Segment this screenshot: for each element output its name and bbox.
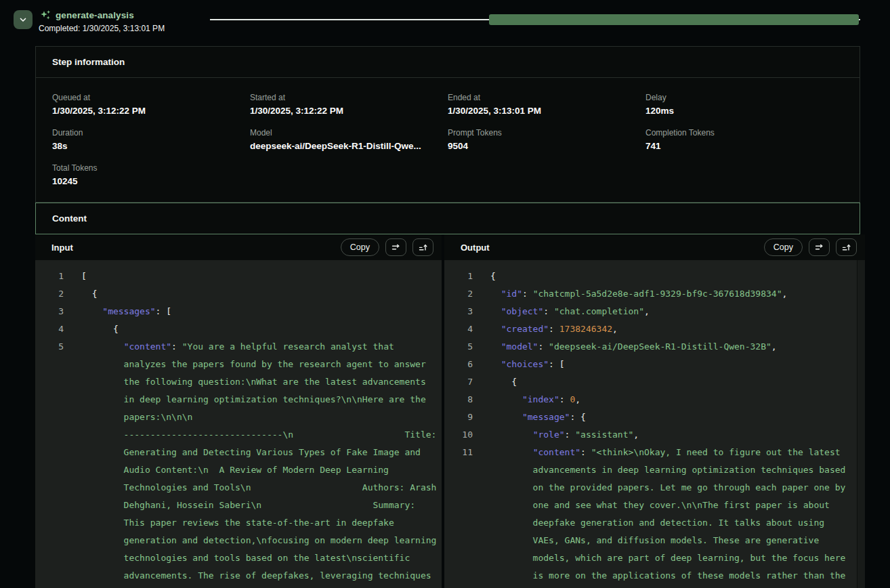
step-header: generate-analysis Completed: 1/30/2025, … (0, 0, 890, 46)
content-panels: Input Copy (35, 234, 865, 588)
code-line: 5 "model": "deepseek-ai/DeepSeek-R1-Dist… (444, 338, 865, 356)
line-number: 4 (444, 320, 473, 338)
text-wrap-icon (814, 243, 824, 253)
wrap-lines-button[interactable] (809, 238, 830, 256)
code-line: 7 { (444, 373, 865, 391)
line-number: 9 (444, 408, 473, 426)
output-scrollbar[interactable] (857, 260, 865, 588)
line-number (444, 532, 473, 549)
scroll-to-top-button[interactable] (412, 238, 433, 256)
line-number (35, 549, 64, 567)
step-duration-bar[interactable] (489, 14, 859, 25)
step-completed-text: Completed: 1/30/2025, 3:13:01 PM (39, 24, 165, 33)
step-info-field: Queued at1/30/2025, 3:12:22 PM (52, 87, 250, 122)
code-line: is more on the applications of these mod… (444, 567, 865, 585)
trace-step-view: { "colors": { "accent_green": "#a5d1ab",… (0, 0, 890, 588)
align-up-arrow-icon (418, 243, 428, 253)
line-number: 4 (35, 320, 64, 338)
line-number (444, 479, 473, 497)
line-number (444, 549, 473, 567)
field-label: Queued at (52, 93, 246, 102)
line-number (444, 497, 473, 514)
line-number (35, 426, 64, 444)
code-line: 3 "messages": [ (35, 303, 442, 320)
code-line: 2 "id": "chatcmpl-5a5d2e8e-adf1-9329-bf9… (444, 285, 865, 303)
collapse-step-button[interactable] (14, 10, 33, 29)
line-number: 3 (444, 303, 473, 320)
code-line: 6 "choices": [ (444, 356, 865, 373)
code-line: like\nVariational Autoencoders (VAEs), G… (35, 585, 442, 588)
chevron-down-icon (18, 15, 28, 24)
copy-output-button[interactable]: Copy (764, 238, 803, 256)
copy-input-button[interactable]: Copy (341, 238, 379, 256)
code-line: Technologies and Tools\n Authors: Arash (35, 479, 442, 497)
code-line: 3 "object": "chat.completion", (444, 303, 865, 320)
line-number (444, 585, 473, 588)
step-info-field: Prompt Tokens9504 (448, 122, 645, 157)
wrap-lines-button[interactable] (385, 238, 406, 256)
align-up-arrow-icon (841, 243, 851, 253)
code-line: 10 "role": "assistant", (444, 426, 865, 444)
code-line: advancements in deep learning optimizati… (444, 461, 865, 479)
code-line: 9 "message": { (444, 408, 865, 426)
input-panel-header: Input Copy (35, 234, 442, 260)
line-number (444, 461, 473, 479)
line-number: 6 (444, 356, 473, 373)
code-line: 4 "created": 1738246342, (444, 320, 865, 338)
scroll-to-top-button[interactable] (836, 238, 857, 256)
step-information-title: Step information (36, 47, 860, 78)
field-value: 120ms (645, 106, 839, 116)
field-label: Completion Tokens (645, 128, 839, 138)
line-number: 7 (444, 373, 473, 391)
field-label: Prompt Tokens (448, 128, 641, 138)
code-line: in deep learning optimization techniques… (35, 391, 442, 408)
code-line: VAEs, GANs, and diffusion models. These … (444, 532, 865, 549)
code-line: the following question:\nWhat are the la… (35, 373, 442, 391)
step-info-field: Duration38s (52, 122, 250, 157)
line-number (35, 497, 64, 514)
input-code-area[interactable]: 1[2 {3 "messages": [4 {5 "content": "You… (35, 260, 442, 588)
line-number: 3 (35, 303, 64, 320)
line-number (35, 373, 64, 391)
step-information-section: Step information Queued at1/30/2025, 3:1… (35, 46, 860, 203)
field-value: 1/30/2025, 3:13:01 PM (448, 106, 641, 116)
content-section-header[interactable]: Content (35, 203, 860, 234)
line-number: 2 (35, 285, 64, 303)
line-number (35, 567, 64, 585)
field-value: 38s (52, 141, 246, 151)
line-number: 1 (35, 268, 64, 285)
field-value: 9504 (448, 141, 641, 151)
code-line: ------------------------------\n Title: (35, 426, 442, 444)
line-number (35, 461, 64, 479)
step-info-field: Modeldeepseek-ai/DeepSeek-R1-Distill-Qwe… (250, 122, 448, 157)
code-line: Audio Content:\n A Review of Modern Deep… (35, 461, 442, 479)
field-value: 1/30/2025, 3:12:22 PM (250, 106, 444, 116)
code-line: optimization techniques themselves. So, … (444, 585, 865, 588)
code-line: 11 "content": "<think>\nOkay, I need to … (444, 444, 865, 461)
content-section-title: Content (52, 213, 87, 224)
code-line: advancements. The rise of deepfakes, lev… (35, 567, 442, 585)
field-value: deepseek-ai/DeepSeek-R1-Distill-Qwe... (250, 141, 444, 151)
field-label: Model (250, 128, 444, 138)
line-number (35, 356, 64, 373)
code-line: 2 { (35, 285, 442, 303)
field-value: 741 (645, 141, 839, 151)
field-label: Delay (645, 93, 839, 102)
field-value: 10245 (52, 176, 246, 186)
code-line: Dehghani, Hossein Saberi\n Summary: (35, 497, 442, 514)
code-line: generation and detection,\nfocusing on m… (35, 532, 442, 549)
line-number (35, 391, 64, 408)
line-number: 5 (35, 338, 64, 356)
step-title: generate-analysis (56, 10, 134, 20)
field-label: Started at (250, 93, 444, 102)
line-number (444, 567, 473, 585)
step-info-grid: Queued at1/30/2025, 3:12:22 PMStarted at… (36, 78, 860, 202)
output-code-area[interactable]: 1{2 "id": "chatcmpl-5a5d2e8e-adf1-9329-b… (444, 260, 865, 588)
code-line: Generating and Detecting Various Types o… (35, 444, 442, 461)
code-line: 4 { (35, 320, 442, 338)
code-line: analyzes the papers found by the researc… (35, 356, 442, 373)
code-line: This paper reviews the state-of-the-art … (35, 514, 442, 532)
line-number (35, 514, 64, 532)
output-panel-header: Output Copy (444, 234, 865, 260)
sparkles-icon (40, 9, 51, 21)
